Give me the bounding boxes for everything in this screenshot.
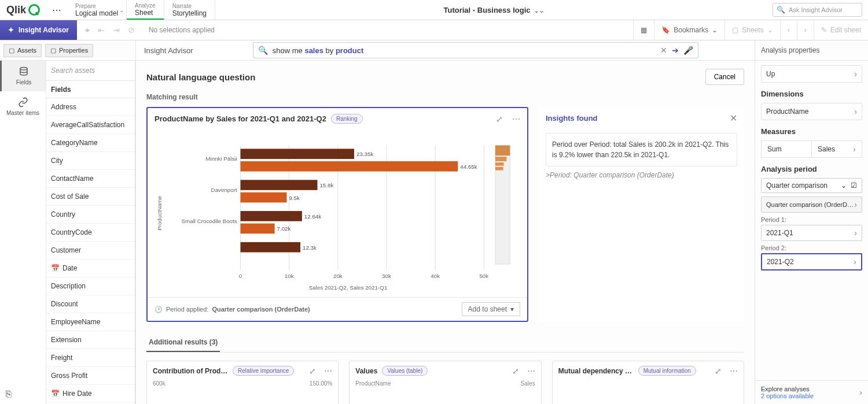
options-available-link[interactable]: 2 options available bbox=[761, 392, 814, 399]
close-insights-icon[interactable]: ✕ bbox=[730, 113, 737, 124]
database-icon bbox=[19, 66, 29, 77]
svg-text:44.65k: 44.65k bbox=[460, 164, 477, 170]
field-item[interactable]: CountryCode bbox=[46, 224, 135, 242]
field-item[interactable]: 📅Hire Date bbox=[46, 385, 135, 403]
field-item[interactable]: Address bbox=[46, 98, 135, 116]
period-detail-dropdown[interactable]: Quarter comparison (OrderD… bbox=[761, 197, 862, 213]
svg-text:9.5k: 9.5k bbox=[289, 195, 300, 201]
chevron-right-icon[interactable] bbox=[859, 388, 862, 397]
field-item[interactable]: EmployeeName bbox=[46, 313, 135, 331]
search-assets-input[interactable]: Search assets bbox=[46, 61, 135, 81]
field-item[interactable]: Cost of Sale bbox=[46, 188, 135, 206]
calendar-icon: 📅 bbox=[51, 264, 59, 272]
svg-rect-35 bbox=[495, 162, 504, 166]
field-item[interactable]: Discount bbox=[46, 295, 135, 313]
measure-row[interactable]: Sum Sales bbox=[761, 140, 862, 158]
rail-master-items[interactable]: Master items bbox=[0, 91, 46, 122]
step-back-icon[interactable]: ⇤ bbox=[98, 25, 105, 35]
mic-icon[interactable]: 🎤 bbox=[683, 46, 693, 55]
svg-text:7.02k: 7.02k bbox=[277, 225, 291, 232]
cancel-button[interactable]: Cancel bbox=[705, 69, 744, 85]
selections-tool-icon[interactable]: ▦ bbox=[633, 20, 654, 40]
field-item[interactable]: AverageCallSatisfaction bbox=[46, 116, 135, 134]
clear-selections-icon[interactable]: ⊘ bbox=[128, 25, 135, 35]
ask-insight-input[interactable]: 🔍 Ask Insight Advisor bbox=[773, 3, 862, 17]
svg-text:10k: 10k bbox=[285, 273, 294, 279]
properties-tab[interactable]: ▢ Properties bbox=[45, 44, 93, 57]
next-sheet-button[interactable]: › bbox=[797, 20, 814, 40]
rail-fields[interactable]: Fields bbox=[0, 61, 46, 91]
smart-search-icon[interactable]: ⌖ bbox=[85, 25, 90, 35]
nav-narrate[interactable]: Narrate Storytelling bbox=[164, 0, 215, 20]
sheets-button[interactable]: ▢ Sheets ⌄ bbox=[724, 20, 779, 40]
analysis-period-section: Analysis period bbox=[761, 165, 862, 173]
field-item[interactable]: 📅Date bbox=[46, 260, 135, 277]
period-type-dropdown[interactable]: Quarter comparison⌄ ☑ bbox=[761, 178, 862, 193]
field-item[interactable]: Gross Profit bbox=[46, 367, 135, 385]
fullscreen-icon[interactable]: ⤢ bbox=[512, 366, 519, 376]
fullscreen-icon[interactable]: ⤢ bbox=[715, 366, 722, 376]
svg-text:50k: 50k bbox=[479, 273, 488, 279]
field-item[interactable]: Customer bbox=[46, 242, 135, 260]
insight-advisor-button[interactable]: ✦ Insight Advisor bbox=[0, 20, 77, 40]
insight-search-input[interactable]: 🔍 show me sales by product ✕ ➔ 🎤 bbox=[253, 42, 698, 58]
add-note-icon[interactable]: ⎘ bbox=[6, 389, 12, 399]
mini-result-card: Mutual dependency bet… Mutual informatio… bbox=[552, 361, 744, 404]
search-icon: 🔍 bbox=[258, 46, 268, 55]
search-icon: 🔍 bbox=[777, 6, 785, 14]
submit-search-icon[interactable]: ➔ bbox=[672, 46, 679, 55]
period2-dropdown[interactable]: 2021-Q2 bbox=[761, 253, 862, 270]
mini-card-badge: Values (table) bbox=[382, 366, 428, 376]
svg-rect-17 bbox=[241, 161, 458, 172]
more-icon[interactable]: ⋯ bbox=[512, 114, 520, 124]
insights-title: Insights found bbox=[546, 114, 598, 123]
assets-tab[interactable]: ▢ Assets bbox=[3, 44, 42, 57]
clear-search-icon[interactable]: ✕ bbox=[660, 46, 667, 55]
more-icon[interactable]: ⋯ bbox=[730, 366, 738, 376]
field-item[interactable]: Country bbox=[46, 206, 135, 224]
matching-result-label: Matching result bbox=[146, 93, 744, 101]
svg-rect-29 bbox=[241, 242, 301, 253]
field-item[interactable]: Freight bbox=[46, 349, 135, 367]
chart-card: ProductName by Sales for 2021-Q1 and 202… bbox=[146, 107, 528, 322]
nav-prepare[interactable]: Prepare Logical model ⌄ bbox=[67, 0, 127, 20]
bookmarks-button[interactable]: 🔖 Bookmarks ⌄ bbox=[654, 20, 724, 40]
field-item[interactable]: Extension bbox=[46, 331, 135, 349]
step-forward-icon[interactable]: ⇥ bbox=[113, 25, 120, 35]
fullscreen-icon[interactable]: ⤢ bbox=[309, 366, 316, 376]
svg-text:23.35k: 23.35k bbox=[356, 151, 373, 157]
mini-card-title: Mutual dependency bet… bbox=[558, 367, 634, 375]
field-item[interactable]: Description bbox=[46, 277, 135, 295]
prev-sheet-button[interactable]: ‹ bbox=[780, 20, 797, 40]
svg-text:ProductName: ProductName bbox=[156, 196, 163, 231]
fields-scrollbar[interactable] bbox=[135, 95, 135, 404]
more-icon[interactable]: ⋯ bbox=[324, 366, 332, 376]
period1-label: Period 1: bbox=[761, 216, 862, 223]
svg-text:12.64k: 12.64k bbox=[304, 213, 321, 220]
fullscreen-icon[interactable]: ⤢ bbox=[496, 114, 503, 124]
svg-rect-25 bbox=[241, 211, 302, 221]
svg-text:Small Crocodile Boots: Small Crocodile Boots bbox=[182, 218, 237, 224]
add-to-sheet-button[interactable]: Add to sheet ▾ bbox=[462, 302, 520, 316]
more-icon[interactable]: ⋯ bbox=[527, 366, 535, 376]
app-menu-icon[interactable]: ⋯ bbox=[46, 5, 67, 16]
nav-analyze[interactable]: Analyze Sheet bbox=[127, 0, 164, 20]
app-logo[interactable]: Qlik bbox=[0, 4, 46, 16]
chart-title: ProductName by Sales for 2021-Q1 and 202… bbox=[155, 114, 326, 123]
mini-card-title: Values bbox=[355, 367, 377, 375]
additional-results-tab[interactable]: Additional results (3) bbox=[146, 333, 220, 352]
measures-section: Measures bbox=[761, 127, 862, 136]
app-title[interactable]: Tutorial - Business logic⌄ bbox=[215, 6, 773, 14]
field-item[interactable]: CategoryName bbox=[46, 134, 135, 152]
insights-card: Insights found ✕ Period over Period: tot… bbox=[539, 107, 744, 322]
explore-analyses-label: Explore analyses bbox=[761, 386, 814, 392]
dimension-productname[interactable]: ProductName bbox=[761, 103, 862, 120]
sort-direction-row[interactable]: Up bbox=[761, 65, 862, 83]
field-item[interactable]: City bbox=[46, 152, 135, 170]
link-icon bbox=[18, 97, 28, 108]
field-item[interactable]: ContactName bbox=[46, 170, 135, 188]
svg-point-0 bbox=[20, 68, 27, 71]
period1-dropdown[interactable]: 2021-Q1 bbox=[761, 225, 862, 241]
chevron-down-icon: ⌄ bbox=[119, 7, 124, 13]
edit-sheet-button[interactable]: ✎ Edit sheet bbox=[814, 20, 868, 40]
